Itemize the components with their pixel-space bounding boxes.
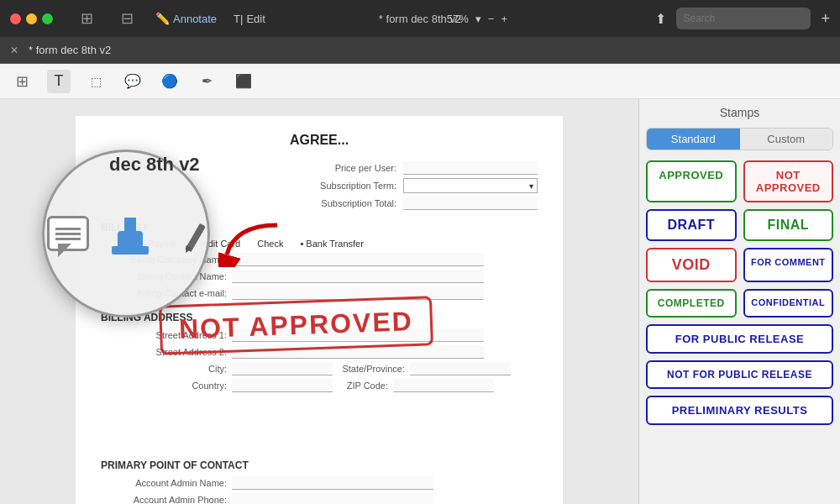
columns-icon[interactable]: ⊟ [115, 7, 139, 30]
admin-phone-row: Account Admin Phone: [101, 493, 538, 504]
billing-email-field[interactable] [232, 286, 484, 300]
street-1-field[interactable] [232, 328, 484, 342]
magnifier-content [47, 213, 205, 255]
admin-name-label: Account Admin Name: [101, 478, 227, 488]
primary-contact-title: PRIMARY POINT OF CONTACT [101, 459, 538, 471]
stamps-panel-title: Stamps [646, 106, 833, 119]
zip-field[interactable] [393, 379, 494, 392]
stamp-for-comment[interactable]: FOR COMMENT [743, 248, 834, 282]
edit-label: Edit [246, 13, 265, 25]
stamp-top [118, 231, 143, 246]
tab-standard[interactable]: Standard [647, 129, 740, 150]
stamp-handle [124, 218, 136, 231]
main-content: dec 8th v2 AGREE... Price per User: S [0, 99, 840, 504]
street-1-label: Street Address 1: [101, 330, 227, 340]
text-icon: T| [234, 13, 243, 25]
zip-label: ZIP Code: [338, 381, 388, 391]
state-label: State/Province: [338, 364, 405, 374]
share-icon[interactable]: ⬆ [655, 11, 666, 27]
stamp-approved[interactable]: APPROVED [646, 160, 737, 202]
stamp-confidential[interactable]: CONFIDENTIAL [743, 289, 834, 318]
state-field[interactable] [410, 362, 511, 375]
stamp-magnified-icon [109, 213, 151, 255]
price-per-user-field[interactable] [403, 161, 538, 175]
frame-tool-icon[interactable]: ⬚ [84, 70, 108, 93]
add-tab-button[interactable]: + [821, 10, 830, 28]
subscription-total-label: Subscription Total: [321, 198, 396, 208]
billing-address-title: BILLING ADDRESS [101, 312, 538, 323]
text-tool-icon[interactable]: T [47, 70, 71, 93]
pencil-icon: ✏️ [155, 12, 170, 25]
secondary-toolbar: ⊞ T ⬚ 💬 🔵 ✒ ⬛ [0, 64, 840, 99]
tab-title: * form dec 8th v2 [29, 44, 111, 56]
selection-tool-icon[interactable]: ⬛ [232, 70, 255, 93]
subscription-total-field[interactable] [403, 197, 538, 210]
comment-lines [55, 233, 81, 235]
tab-title-center: * form dec 8th v2 [379, 13, 461, 25]
city-label: City: [101, 364, 227, 374]
price-per-user-label: Price per User: [335, 163, 396, 173]
subscription-term-dropdown[interactable]: ▾ [403, 178, 538, 193]
dropdown-chevron-icon: ▾ [529, 181, 533, 191]
pen-tool-icon[interactable]: ✒ [195, 70, 218, 93]
tab-title-text: * form dec 8th v2 [379, 13, 461, 25]
stamps-grid: APPROVED NOT APPROVED DRAFT FINAL VOID F… [646, 160, 833, 425]
stamp-completed[interactable]: COMPLETED [646, 289, 737, 318]
stamp-not-approved[interactable]: NOT APPROVED [743, 160, 834, 202]
close-button[interactable] [10, 13, 21, 24]
grid-icon[interactable]: ⊞ [75, 7, 98, 30]
admin-phone-field[interactable] [232, 493, 433, 504]
billing-contact-field[interactable] [232, 270, 484, 283]
stamp-preliminary-results[interactable]: PRELIMINARY RESULTS [646, 396, 833, 425]
document-title: AGREE... [101, 133, 538, 148]
document-header-zoomed: dec 8th v2 [109, 154, 200, 176]
stamps-panel: Stamps Standard Custom APPROVED NOT APPR… [638, 99, 840, 504]
document-area[interactable]: dec 8th v2 AGREE... Price per User: S [0, 99, 638, 504]
stamp-not-for-public-release[interactable]: NOT FOR PUBLIC RELEASE [646, 360, 833, 389]
stamp-shape [109, 213, 151, 255]
fullscreen-button[interactable] [42, 13, 53, 24]
city-field[interactable] [232, 362, 333, 375]
billing-company-field[interactable] [232, 253, 484, 266]
layout-icon[interactable]: ⊞ [10, 70, 34, 93]
street-address-1-row: Street Address 1: [101, 328, 538, 342]
check-option[interactable]: Check [257, 239, 283, 249]
title-bar: ⊞ ⊟ ✏️ Annotate T| Edit * form dec 8th v… [0, 0, 840, 37]
bank-transfer-option[interactable]: Bank Transfer [300, 239, 363, 249]
pen-magnified-icon [171, 217, 205, 250]
edit-button[interactable]: T| Edit [234, 13, 265, 25]
stamp-base [112, 246, 149, 255]
stamps-tabs: Standard Custom [646, 128, 833, 150]
subscription-term-label: Subscription Term: [320, 181, 396, 191]
stamp-for-public-release[interactable]: FOR PUBLIC RELEASE [646, 324, 833, 354]
street-2-field[interactable] [232, 345, 484, 359]
stamp-draft[interactable]: DRAFT [646, 209, 737, 241]
comment-shape [47, 216, 89, 251]
comment-magnified-icon [47, 216, 89, 251]
toolbar-right: ⬆ + [655, 8, 830, 29]
tab-bar: ✕ * form dec 8th v2 [0, 37, 840, 64]
search-input[interactable] [676, 8, 811, 29]
city-state-row: City: State/Province: [101, 362, 538, 375]
zoom-minus[interactable]: − [488, 13, 495, 25]
street-2-label: Street Address 2: [101, 347, 227, 357]
zoom-plus[interactable]: + [501, 13, 507, 25]
admin-name-row: Account Admin Name: [101, 476, 538, 490]
stamp-final[interactable]: FINAL [743, 209, 834, 241]
street-address-2-row: Street Address 2: [101, 345, 538, 359]
tab-custom[interactable]: Custom [740, 129, 833, 150]
country-field[interactable] [232, 379, 333, 392]
annotate-label: Annotate [173, 13, 217, 25]
country-label: Country: [101, 381, 227, 391]
country-zip-row: Country: ZIP Code: [101, 379, 538, 392]
annotate-button[interactable]: ✏️ Annotate [155, 12, 217, 25]
minimize-button[interactable] [26, 13, 37, 24]
comment-tool-icon[interactable]: 💬 [121, 70, 144, 93]
admin-name-field[interactable] [232, 476, 433, 490]
admin-phone-label: Account Admin Phone: [101, 495, 227, 504]
stamp-void[interactable]: VOID [646, 248, 737, 282]
tab-close-icon[interactable]: ✕ [10, 45, 18, 56]
pen-shape [171, 217, 205, 250]
stamp-tool-icon[interactable]: 🔵 [158, 70, 181, 93]
traffic-lights [10, 13, 53, 24]
